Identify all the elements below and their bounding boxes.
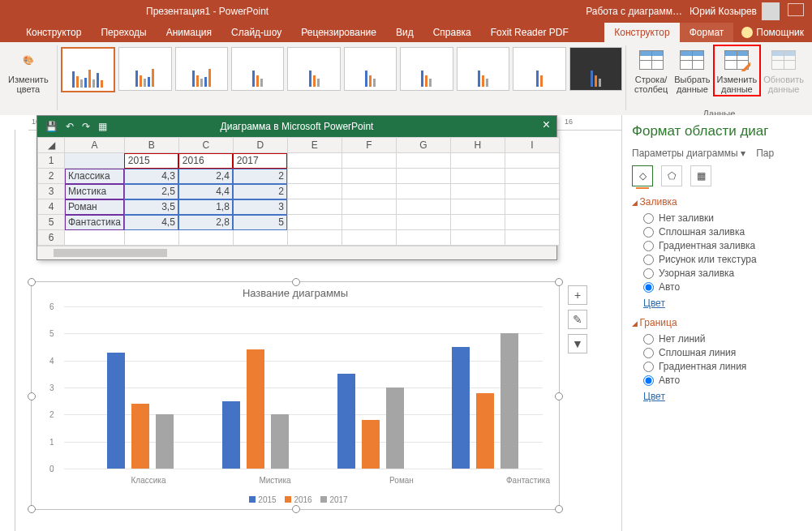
change-colors-button[interactable]: 🎨 Изменить цвета xyxy=(5,45,52,96)
col-header[interactable]: F xyxy=(342,138,396,153)
undo-icon[interactable]: ↶ xyxy=(66,121,74,132)
chart-style-thumb[interactable] xyxy=(513,47,565,91)
ribbon-display-options-icon[interactable] xyxy=(788,3,804,16)
cell[interactable] xyxy=(505,230,559,246)
switch-row-column-button[interactable]: Строка/ столбец xyxy=(631,45,671,96)
tab-foxit[interactable]: Foxit Reader PDF xyxy=(481,23,578,42)
cell[interactable]: 2,5 xyxy=(124,184,178,199)
cell[interactable] xyxy=(65,153,125,169)
cell[interactable]: Классика xyxy=(65,169,125,184)
chart-legend[interactable]: 2015 2016 2017 xyxy=(32,495,559,504)
fill-line-icon[interactable]: ◇ xyxy=(632,165,653,186)
cell[interactable] xyxy=(233,230,287,246)
cell[interactable] xyxy=(287,215,342,230)
cell[interactable] xyxy=(396,169,450,184)
cell[interactable] xyxy=(342,230,396,246)
cell[interactable] xyxy=(450,230,505,246)
chart-style-thumb[interactable] xyxy=(231,47,284,91)
cell[interactable]: 2015 xyxy=(124,153,178,169)
row-header[interactable]: 2 xyxy=(38,169,65,184)
cell[interactable] xyxy=(396,199,450,215)
chart-style-thumb[interactable] xyxy=(344,47,397,91)
cell[interactable] xyxy=(396,215,450,230)
border-gradient-radio[interactable]: Градиентная линия xyxy=(643,361,802,372)
effects-icon[interactable]: ⬠ xyxy=(661,165,682,186)
cell[interactable]: 3,5 xyxy=(124,199,178,215)
tab-chart-format[interactable]: Формат xyxy=(680,23,734,42)
cell[interactable]: Фантастика xyxy=(65,215,125,230)
fill-gradient-radio[interactable]: Градиентная заливка xyxy=(643,240,802,251)
size-properties-icon[interactable]: ▦ xyxy=(690,165,711,186)
chart-filters-button[interactable]: ▼ xyxy=(568,334,587,353)
cell[interactable] xyxy=(450,215,505,230)
cell[interactable] xyxy=(505,215,559,230)
tab-slideshow[interactable]: Слайд-шоу xyxy=(221,23,291,42)
cell[interactable] xyxy=(505,199,559,215)
cell[interactable] xyxy=(287,230,342,246)
cell[interactable]: 3 xyxy=(233,199,287,215)
cell[interactable]: 2017 xyxy=(233,153,287,169)
chart-style-thumb[interactable] xyxy=(287,47,340,91)
excel-scrollbar[interactable] xyxy=(37,246,556,259)
tab-help[interactable]: Справка xyxy=(423,23,481,42)
cell[interactable] xyxy=(396,153,450,169)
chart-style-thumb[interactable] xyxy=(400,47,453,91)
chart-style-thumb[interactable] xyxy=(457,47,509,91)
cell[interactable]: 2 xyxy=(233,184,287,199)
row-header[interactable]: 5 xyxy=(38,215,65,230)
chart-elements-button[interactable]: + xyxy=(568,285,587,305)
cell[interactable] xyxy=(450,184,505,199)
cell[interactable]: 5 xyxy=(233,215,287,230)
slide-canvas[interactable]: 16 16 💾 ↶ ↷ ▦ Диаграмма в Microsoft Powe… xyxy=(0,115,621,531)
tab-transitions[interactable]: Переходы xyxy=(91,23,156,42)
cell[interactable] xyxy=(450,153,505,169)
cell[interactable] xyxy=(505,169,559,184)
cell[interactable]: 4,4 xyxy=(178,184,233,199)
select-data-button[interactable]: Выбрать данные xyxy=(671,45,713,96)
tab-design[interactable]: Конструктор xyxy=(16,23,91,42)
cell[interactable] xyxy=(342,153,396,169)
cell[interactable] xyxy=(178,230,233,246)
cell[interactable]: 4,5 xyxy=(124,215,178,230)
chart-styles-gallery[interactable] xyxy=(58,42,625,97)
redo-icon[interactable]: ↷ xyxy=(82,121,90,132)
cell[interactable]: Мистика xyxy=(65,184,125,199)
save-icon[interactable]: 💾 xyxy=(45,121,58,132)
fill-picture-radio[interactable]: Рисунок или текстура xyxy=(643,254,802,265)
excel-data-window[interactable]: 💾 ↶ ↷ ▦ Диаграмма в Microsoft PowerPoint… xyxy=(37,115,557,260)
chart-object[interactable]: Название диаграммы 0123456 2015 2016 201… xyxy=(31,281,560,510)
chart-plot-area[interactable]: 0123456 xyxy=(64,306,543,469)
cell[interactable] xyxy=(342,199,396,215)
cell[interactable]: Роман xyxy=(65,199,125,215)
row-header[interactable]: 6 xyxy=(38,230,65,246)
cell[interactable] xyxy=(342,215,396,230)
excel-grid[interactable]: ◢ A B C D E F G H I 1 2015 2016 2017 xyxy=(37,137,560,246)
border-color-link[interactable]: Цвет xyxy=(643,391,802,402)
col-header[interactable]: A xyxy=(65,138,125,153)
cell[interactable] xyxy=(450,199,505,215)
fill-solid-radio[interactable]: Сплошная заливка xyxy=(643,226,802,238)
tell-me[interactable]: Помощник xyxy=(733,23,812,42)
cell[interactable] xyxy=(287,199,342,215)
fill-auto-radio[interactable]: Авто xyxy=(643,281,802,293)
row-header[interactable]: 4 xyxy=(38,199,65,215)
border-solid-radio[interactable]: Сплошная линия xyxy=(643,347,802,358)
chart-styles-button[interactable]: ✎ xyxy=(568,310,587,329)
cell[interactable] xyxy=(342,184,396,199)
select-all-corner[interactable]: ◢ xyxy=(38,138,65,153)
cell[interactable] xyxy=(505,153,559,169)
tab-animations[interactable]: Анимация xyxy=(157,23,221,42)
cell[interactable] xyxy=(65,230,125,246)
cell[interactable]: 2016 xyxy=(178,153,233,169)
edit-data-button[interactable]: Изменить данные xyxy=(714,45,761,96)
cell[interactable] xyxy=(396,184,450,199)
col-header[interactable]: G xyxy=(396,138,450,153)
border-auto-radio[interactable]: Авто xyxy=(643,375,802,386)
chart-style-thumb[interactable] xyxy=(175,47,228,91)
col-header[interactable]: E xyxy=(287,138,342,153)
col-header[interactable]: B xyxy=(124,138,178,153)
cell[interactable] xyxy=(342,169,396,184)
cell[interactable] xyxy=(287,184,342,199)
table-icon[interactable]: ▦ xyxy=(98,121,107,132)
cell[interactable] xyxy=(287,169,342,184)
